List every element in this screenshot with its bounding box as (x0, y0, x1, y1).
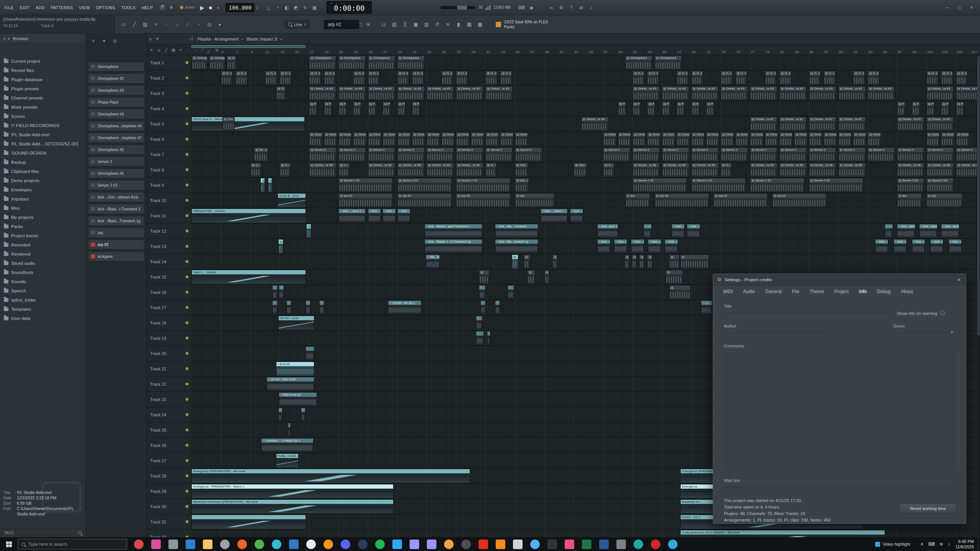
settings-tab-about[interactable]: About (901, 289, 913, 294)
pattern-clip[interactable]: O...6 (250, 163, 261, 177)
pattern-clip[interactable]: Omnis...re #3 (779, 86, 807, 101)
pattern-clip[interactable]: Serum 2 (838, 147, 866, 162)
taskbar-app-youtube[interactable] (479, 540, 488, 549)
browser-item[interactable]: Plugin presets (0, 84, 85, 93)
audio-clip[interactable] (279, 285, 284, 300)
author-field[interactable] (724, 325, 827, 333)
pattern-clip[interactable]: P...nt (897, 101, 905, 116)
pattern-selector-value[interactable]: arp #2 (324, 20, 359, 29)
pattern-clip[interactable]: P...nt (676, 101, 684, 116)
pattern-clip[interactable]: P...nt (647, 101, 655, 116)
pattern-clip[interactable] (512, 254, 518, 269)
pattern-clip[interactable]: P...nt (912, 101, 920, 116)
pattern-clip[interactable]: O..2 (485, 71, 497, 85)
automation-clip[interactable]: Emergence (PREMASTER) - Mix level (191, 469, 470, 483)
browser-item[interactable]: !!! FIELD RECORDINGS (0, 121, 85, 130)
pattern-item[interactable]: Phase Plant (88, 97, 144, 107)
copy-icon[interactable]: ▣ (412, 21, 420, 27)
pattern-clip[interactable]: Omnis...re #3 (720, 86, 748, 101)
audio-clip[interactable]: lil ol hit (276, 362, 314, 376)
pattern-clip[interactable]: Serum 2 #2 (397, 178, 452, 192)
pattern-clip[interactable]: Omnisphere (397, 55, 425, 70)
pattern-item[interactable]: Serum 2 (88, 156, 144, 166)
automation-clip[interactable]: Fruity...x level (276, 453, 299, 468)
track-mute-led[interactable] (186, 398, 188, 401)
pattern-item[interactable]: kick - Blast...t Transient 1 (88, 204, 144, 214)
pattern-clip[interactable]: P...nt (706, 101, 714, 116)
track-header[interactable]: Track 2 (147, 70, 191, 86)
audio-clip[interactable]: kick -...ent 1g (368, 209, 381, 223)
audio-clip[interactable]: 1 1 (885, 224, 893, 238)
pattern-clip[interactable]: Omnis...re #7 (809, 117, 836, 131)
browser-item[interactable]: Channel presets (0, 93, 85, 103)
track-header[interactable]: Track 7 (147, 147, 191, 162)
taskbar-app-obs[interactable] (461, 540, 471, 549)
pattern-item[interactable]: Omnisphere #6 (88, 168, 144, 178)
pattern-clip[interactable]: O..2 (779, 71, 791, 85)
menu-edit[interactable]: EDIT (19, 5, 31, 11)
pattern-clip[interactable]: Omnis...re #5 (750, 132, 763, 147)
pattern-clip[interactable]: Omnis...re #5 (485, 132, 498, 147)
automation-clip[interactable]: Insert 1 - Volume (191, 270, 306, 284)
pattern-clip[interactable]: Serum 2 #2 (338, 178, 393, 192)
audio-clip[interactable] (272, 285, 277, 300)
touch-icon[interactable]: ◉ (528, 5, 535, 10)
track-header[interactable]: Track 21 (147, 361, 191, 377)
browser-item[interactable]: Mixer presets (0, 103, 85, 112)
pattern-clip[interactable]: P...nt (926, 101, 934, 116)
track-header[interactable]: Track 27 (147, 453, 191, 468)
pattern-clip[interactable]: Omnis...re #5 (853, 132, 866, 147)
audio-clip[interactable]: kick...sient 1 (897, 224, 915, 238)
pattern-clip[interactable] (632, 254, 637, 269)
genre-dropdown-icon[interactable]: ▸ (951, 330, 953, 334)
taskbar-app-telegram[interactable] (668, 540, 678, 549)
pattern-clip[interactable]: O..2 (397, 71, 409, 85)
pattern-clip[interactable]: Omnis...re #5 (823, 132, 836, 147)
shuffle-slider[interactable] (441, 6, 475, 9)
pattern-clip[interactable]: Omnis...re #3 (368, 86, 395, 101)
pattern-clip[interactable]: Serum 2 #2 (897, 178, 924, 192)
pattern-clip[interactable] (524, 254, 530, 269)
pattern-clip[interactable] (268, 178, 272, 192)
pattern-clip[interactable]: O..2 (809, 71, 821, 85)
pattern-clip[interactable]: Omnis...re #5 (515, 132, 528, 147)
track-header[interactable]: Track 17 (147, 300, 191, 315)
track-mute-led[interactable] (186, 260, 188, 263)
pattern-clip[interactable]: Omnis...re #6 (368, 163, 395, 177)
title-field[interactable] (724, 305, 889, 313)
taskbar-app-chrome[interactable] (255, 540, 264, 549)
pattern-clip[interactable]: Omnis...re #6 (397, 163, 425, 177)
pattern-clip[interactable]: O..2 (353, 71, 365, 85)
pattern-clip[interactable]: Omnisphere (625, 55, 652, 70)
automation-clip[interactable]: OH MY...lume (278, 316, 314, 330)
browser-item[interactable]: Sounds (0, 277, 85, 286)
timeline-ruler[interactable]: 3579111315171921232527293133353739414345… (191, 44, 977, 55)
pattern-clip[interactable]: Omnis...re #5 (500, 132, 513, 147)
pattern-clip[interactable]: Serum 2 #2 (456, 178, 510, 192)
pattern-clip[interactable]: Omnis...re #3 (485, 86, 513, 101)
pattern-clip[interactable]: Omnis...re #4 (581, 117, 608, 131)
pattern-clip[interactable] (552, 254, 557, 269)
pattern-clip[interactable]: O..2 (324, 71, 336, 85)
audio-clip[interactable]: kick...ien1 1 (597, 224, 619, 238)
pattern-clip[interactable]: Omnis...re #3 (632, 86, 660, 101)
settings-tab-midi[interactable]: MIDI (723, 289, 733, 294)
pattern-clip[interactable] (624, 254, 629, 269)
slip-tool[interactable]: ↔ (173, 21, 181, 27)
reset-working-time-button[interactable]: Reset working time (899, 504, 957, 514)
audio-clip[interactable]: Cymati...ise Up 1 (388, 300, 421, 315)
taskbar-app-firefox[interactable] (237, 540, 247, 549)
taskbar-search[interactable]: Type here to search (18, 539, 127, 549)
pattern-clip[interactable]: P...nt (397, 101, 405, 116)
pattern-item[interactable]: kickgane (88, 251, 144, 261)
browser-item[interactable]: Misc (0, 204, 85, 213)
taskbar-app-discord[interactable] (341, 540, 350, 549)
pattern-clip[interactable]: Omnis...re #5 (382, 132, 395, 147)
audio-clip[interactable]: kick...ent 1g (949, 239, 962, 254)
track-mute-led[interactable] (186, 122, 188, 125)
pattern-item[interactable]: arp #2 (88, 240, 144, 249)
pattern-clip[interactable]: Om...#6 (573, 163, 586, 177)
pattern-clip[interactable]: Omnis...re #5 (809, 132, 822, 147)
pattern-clip[interactable]: Omnis...re #6 (691, 163, 719, 177)
pattern-clip[interactable]: Serum 2 (897, 147, 924, 162)
